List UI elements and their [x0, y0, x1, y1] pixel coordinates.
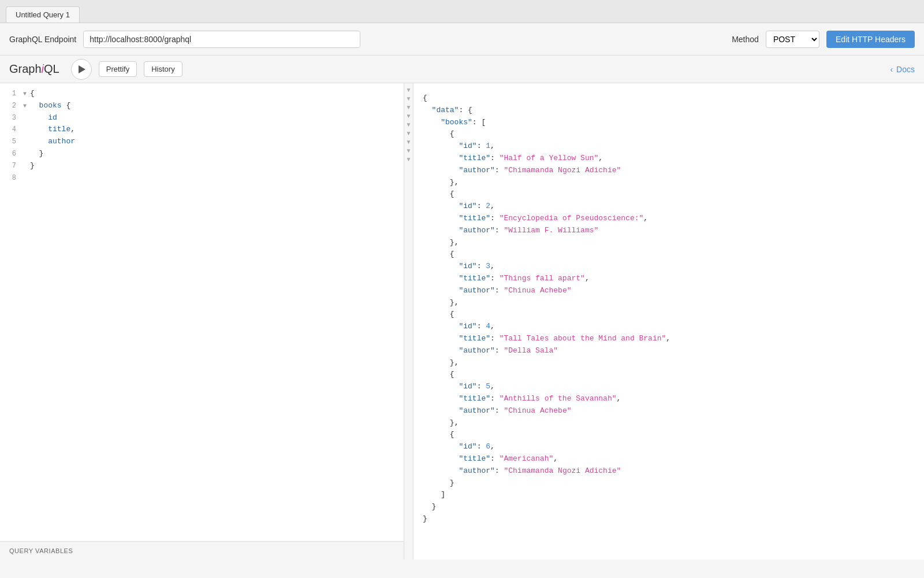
method-label: Method	[732, 35, 759, 44]
history-button[interactable]: History	[144, 61, 182, 77]
line-number: 7	[0, 161, 23, 172]
scroll-arrow-9[interactable]: ▼	[406, 156, 412, 162]
endpoint-input[interactable]	[83, 31, 360, 48]
fold-icon	[23, 174, 30, 183]
query-line-2: 2 ▼ books {	[0, 100, 404, 112]
graphiql-toolbar: GraphiQL Prettify History ‹ Docs	[0, 55, 924, 83]
fold-icon[interactable]: ▼	[23, 102, 30, 111]
scroll-arrow-5[interactable]: ▼	[406, 121, 412, 128]
editor-area: 1 ▼ { 2 ▼ books { 3 id 4	[0, 83, 924, 560]
line-number: 1	[0, 88, 23, 99]
method-select[interactable]: POST GET	[766, 31, 819, 48]
fold-icon[interactable]: ▼	[23, 90, 30, 99]
query-line-3: 3 id	[0, 112, 404, 124]
variables-bar[interactable]: QUERY VARIABLES	[0, 541, 404, 560]
query-line-7: 7 }	[0, 160, 404, 172]
response-panel: ▼ ▼ ▼ ▼ ▼ ▼ ▼ ▼ ▼ { "data": { "books": […	[404, 83, 924, 560]
query-panel: 1 ▼ { 2 ▼ books { 3 id 4	[0, 83, 404, 560]
query-tab[interactable]: Untitled Query 1	[6, 6, 80, 23]
run-button[interactable]	[71, 59, 92, 80]
response-editor: { "data": { "books": [ { "id": 1, "title…	[413, 83, 924, 560]
query-editor[interactable]: 1 ▼ { 2 ▼ books { 3 id 4	[0, 83, 404, 541]
fold-icon	[23, 114, 30, 123]
endpoint-bar: GraphQL Endpoint Method POST GET Edit HT…	[0, 23, 924, 55]
docs-button[interactable]: ‹ Docs	[890, 65, 915, 74]
line-number: 2	[0, 101, 23, 112]
query-line-4: 4 title,	[0, 124, 404, 136]
fold-icon	[23, 162, 30, 171]
scroll-gutter: ▼ ▼ ▼ ▼ ▼ ▼ ▼ ▼ ▼	[404, 83, 413, 560]
scroll-arrow-2[interactable]: ▼	[406, 95, 412, 102]
variables-label: QUERY VARIABLES	[9, 547, 73, 554]
endpoint-label: GraphQL Endpoint	[9, 35, 76, 44]
line-number: 5	[0, 136, 23, 147]
query-line-5: 5 author	[0, 136, 404, 148]
query-line-6: 6 }	[0, 148, 404, 160]
tab-bar: Untitled Query 1	[0, 0, 924, 23]
line-number: 3	[0, 113, 23, 124]
scroll-arrow-7[interactable]: ▼	[406, 139, 412, 145]
scroll-arrow-8[interactable]: ▼	[406, 147, 412, 154]
edit-http-headers-button[interactable]: Edit HTTP Headers	[826, 31, 915, 48]
fold-icon	[23, 138, 30, 147]
chevron-left-icon: ‹	[890, 65, 893, 74]
scroll-arrow-4[interactable]: ▼	[406, 113, 412, 119]
scroll-arrow-6[interactable]: ▼	[406, 130, 412, 136]
docs-label: Docs	[896, 65, 915, 74]
query-line-8: 8	[0, 172, 404, 184]
fold-icon	[23, 150, 30, 159]
line-number: 8	[0, 173, 23, 184]
tab-label: Untitled Query 1	[16, 10, 70, 19]
line-number: 4	[0, 124, 23, 135]
prettify-button[interactable]: Prettify	[99, 61, 137, 77]
scroll-arrow-3[interactable]: ▼	[406, 104, 412, 110]
query-line-1: 1 ▼ {	[0, 88, 404, 100]
line-number: 6	[0, 149, 23, 160]
graphiql-logo: GraphiQL	[9, 62, 59, 76]
scroll-arrow-1[interactable]: ▼	[406, 87, 412, 93]
fold-icon	[23, 125, 30, 135]
